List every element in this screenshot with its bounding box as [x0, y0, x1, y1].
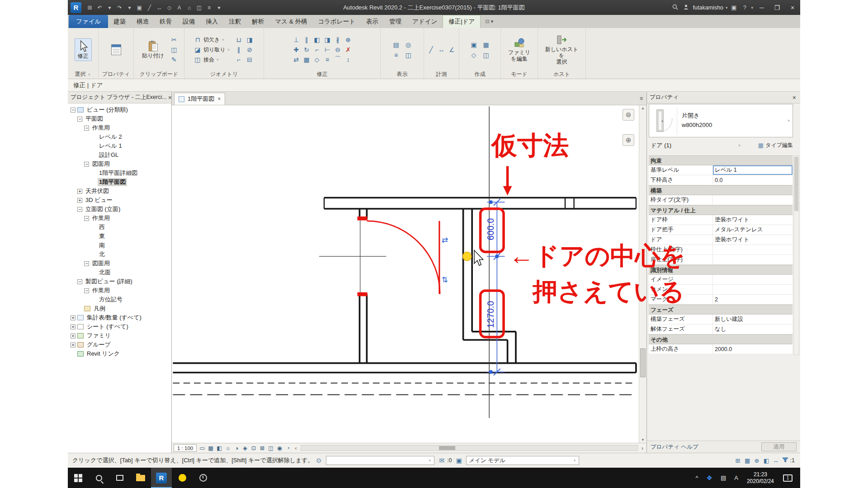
collapse-icon[interactable]: −: [77, 207, 82, 212]
rotate-icon[interactable]: ↻: [302, 45, 311, 54]
undo-icon[interactable]: ↶: [95, 3, 104, 12]
ribbon-minimize-icon[interactable]: ⊡ ▾: [481, 15, 498, 28]
scroll-right-icon[interactable]: ›: [640, 445, 645, 451]
prop-group-5[interactable]: マテリアル / 仕上: [649, 205, 793, 215]
tree-item-13[interactable]: 西: [68, 223, 171, 232]
prop-value-6[interactable]: 塗装ホワイト: [713, 215, 793, 225]
ribbon-tab-8[interactable]: コラボレート: [312, 15, 361, 28]
filter-icon[interactable]: [782, 457, 788, 464]
view-tab-active[interactable]: 1階平面図 ×: [174, 93, 225, 105]
ribbon-tab-1[interactable]: 構造: [131, 15, 154, 28]
crop-region-icon[interactable]: ▭: [198, 444, 206, 452]
apply-button[interactable]: 適用: [761, 442, 797, 451]
type-selector-dropdown-icon[interactable]: ▾: [788, 118, 790, 123]
collapse-icon[interactable]: −: [77, 279, 82, 284]
flip-hand-icon[interactable]: ⇅: [442, 275, 448, 284]
unjoin-icon[interactable]: ⊟: [245, 55, 254, 64]
array-icon[interactable]: ▦: [302, 55, 311, 64]
tree-item-10[interactable]: +3D ビュー: [68, 196, 171, 205]
minimize-button[interactable]: ─: [754, 0, 769, 15]
mirror-draw-icon[interactable]: ◨: [323, 35, 332, 44]
expand-icon[interactable]: +: [71, 324, 75, 329]
tree-item-20[interactable]: −作業用: [68, 286, 171, 295]
scroll-up-icon[interactable]: ▲: [639, 106, 646, 110]
properties-scroll-thumb[interactable]: [794, 157, 798, 211]
tag-icon[interactable]: ◇: [165, 3, 174, 12]
editing-requests[interactable]: ✉:0: [437, 456, 452, 465]
clock-app-button[interactable]: [193, 468, 213, 488]
create-assembly-icon[interactable]: ◇: [469, 51, 478, 60]
collapse-icon[interactable]: −: [84, 162, 89, 167]
split-icon[interactable]: ∦: [333, 35, 342, 44]
prop-group-3[interactable]: 構築: [649, 185, 793, 195]
drag-on-selection-icon[interactable]: ↔: [772, 456, 780, 465]
scale-button[interactable]: 1 : 100: [174, 444, 197, 452]
vertical-scrollbar[interactable]: ▲ ▼: [639, 105, 646, 443]
close-properties-icon[interactable]: ×: [791, 94, 797, 101]
temp-dim-1270[interactable]: 1270.0: [486, 301, 495, 328]
task-view-button[interactable]: [109, 468, 130, 488]
design-option-select[interactable]: メイン モデル▾: [466, 456, 579, 465]
properties-toggle-button[interactable]: [108, 42, 125, 57]
temp-dim-600[interactable]: 600.0: [486, 218, 495, 240]
prop-value-9[interactable]: [713, 245, 793, 254]
properties-scrollbar[interactable]: [793, 155, 799, 355]
worksets-icon[interactable]: ⊙: [314, 456, 323, 465]
collapse-icon[interactable]: −: [84, 126, 89, 131]
measure-along-icon[interactable]: ↔: [437, 45, 446, 54]
prop-group-0[interactable]: 拘束: [649, 155, 793, 165]
ime-mode[interactable]: A: [730, 474, 742, 481]
tree-item-25[interactable]: +ファミリ: [68, 331, 171, 340]
undo-dropdown-icon[interactable]: ▾: [105, 3, 114, 12]
measure-height-icon[interactable]: ↕: [344, 55, 353, 64]
signed-in-user[interactable]: futakamisho: [693, 5, 723, 11]
print-icon[interactable]: ▣: [135, 3, 144, 12]
unpin-icon[interactable]: ⊖: [333, 45, 342, 54]
help-dropdown-icon[interactable]: ▾: [751, 5, 753, 10]
tree-item-19[interactable]: −製図ビュー (詳細): [68, 277, 171, 286]
prop-value-10[interactable]: [713, 255, 793, 264]
horizontal-scrollbar[interactable]: [301, 445, 638, 451]
file-explorer-button[interactable]: [130, 468, 151, 488]
workspace-icon[interactable]: ⊞: [85, 3, 94, 12]
select-underlay-icon[interactable]: ▦: [743, 456, 752, 465]
witness-grip-center[interactable]: [495, 254, 499, 258]
tree-item-17[interactable]: −図面用: [68, 259, 171, 268]
selection-filter[interactable]: ドア (1) ▾: [649, 141, 743, 150]
prop-value-17[interactable]: なし: [713, 324, 793, 334]
scroll-left-icon[interactable]: ‹: [293, 445, 298, 451]
prop-value-12[interactable]: [713, 275, 793, 284]
ribbon-tab-0[interactable]: 建築: [108, 15, 131, 28]
measure-icon[interactable]: ╱: [145, 3, 154, 12]
user-dropdown-icon[interactable]: ▾: [726, 5, 728, 10]
default-3d-view-icon[interactable]: ⌂: [184, 3, 194, 12]
tree-item-6[interactable]: −図面用: [68, 160, 171, 169]
tree-item-3[interactable]: レベル 2: [68, 132, 171, 141]
select-links-icon[interactable]: ⊞: [734, 456, 742, 465]
join-geometry-button[interactable]: ◫接合▾: [193, 55, 231, 65]
ribbon-tab-10[interactable]: 管理: [384, 15, 407, 28]
tree-item-15[interactable]: 南: [68, 241, 171, 250]
tree-item-11[interactable]: −立面図 (立面): [68, 205, 171, 214]
view-tab-menu-icon[interactable]: ≡: [636, 95, 646, 102]
text-icon[interactable]: A: [175, 3, 184, 12]
witness-grip-top[interactable]: [489, 200, 493, 204]
copy-icon[interactable]: ◫: [170, 45, 179, 54]
tree-item-12[interactable]: −作業用: [68, 214, 171, 223]
edit-family-button[interactable]: ファミリ を編集: [505, 36, 533, 64]
tree-item-26[interactable]: +グループ: [68, 340, 171, 349]
ribbon-tab-11[interactable]: アドイン: [407, 15, 443, 28]
properties-help-link[interactable]: プロパティ ヘルプ: [651, 443, 698, 451]
redo-icon[interactable]: ↷: [115, 3, 124, 12]
scale-icon[interactable]: ◇: [312, 55, 321, 64]
close-button[interactable]: ×: [785, 0, 800, 15]
tree-item-14[interactable]: 東: [68, 232, 171, 241]
tree-item-18[interactable]: 北面: [68, 268, 171, 277]
copy-element-icon[interactable]: ⇄: [292, 55, 301, 64]
search-icon[interactable]: [670, 4, 681, 11]
wall-join-icon[interactable]: ⌐: [234, 55, 243, 64]
navigation-wheel-icon[interactable]: ⊚: [623, 109, 634, 121]
redo-dropdown-icon[interactable]: ▾: [125, 3, 134, 12]
shadows-icon[interactable]: ◑: [232, 444, 241, 452]
prop-value-13[interactable]: [713, 285, 793, 294]
